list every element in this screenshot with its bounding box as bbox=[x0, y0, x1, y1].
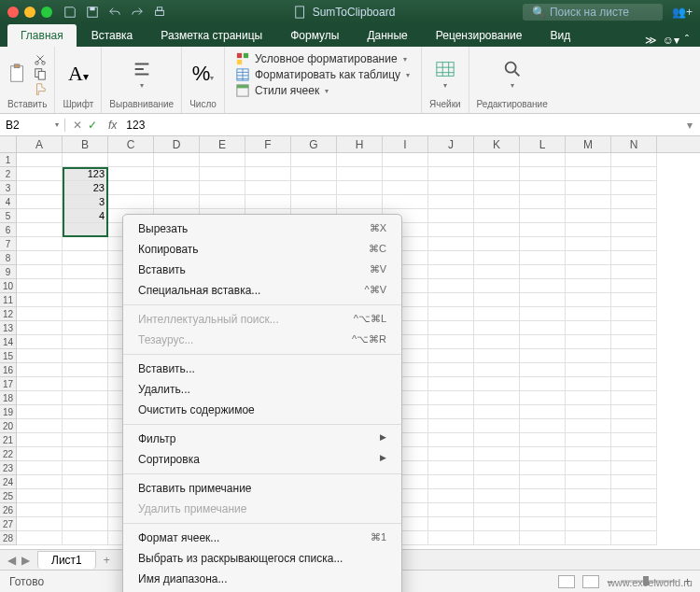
cell[interactable] bbox=[566, 503, 611, 517]
add-sheet-icon[interactable]: + bbox=[104, 554, 110, 567]
context-menu-item[interactable]: Выбрать из раскрывающегося списка... bbox=[123, 548, 401, 569]
cut-icon[interactable] bbox=[34, 52, 47, 65]
cell[interactable] bbox=[566, 293, 611, 307]
cell[interactable] bbox=[63, 377, 108, 391]
cell[interactable] bbox=[566, 391, 611, 405]
row-header[interactable]: 27 bbox=[0, 517, 17, 531]
context-menu-item[interactable]: Фильтр bbox=[123, 429, 401, 449]
cell[interactable] bbox=[611, 405, 657, 419]
cell[interactable] bbox=[63, 531, 108, 545]
cell[interactable] bbox=[611, 475, 657, 489]
cell[interactable] bbox=[63, 279, 108, 293]
cell[interactable] bbox=[63, 391, 108, 405]
cell[interactable] bbox=[291, 153, 337, 167]
cell[interactable] bbox=[566, 433, 611, 447]
cell[interactable] bbox=[337, 181, 383, 195]
cell[interactable] bbox=[428, 181, 474, 195]
cell[interactable] bbox=[520, 447, 566, 461]
cell[interactable] bbox=[520, 335, 566, 349]
cell[interactable] bbox=[474, 391, 520, 405]
row-header[interactable]: 6 bbox=[0, 223, 17, 237]
cell[interactable] bbox=[17, 195, 63, 209]
cell[interactable] bbox=[17, 531, 63, 545]
tab-insert[interactable]: Вставка bbox=[78, 24, 147, 47]
row-header[interactable]: 15 bbox=[0, 349, 17, 363]
cell[interactable] bbox=[428, 279, 474, 293]
cell[interactable] bbox=[17, 167, 63, 181]
cell[interactable] bbox=[200, 167, 245, 181]
cell[interactable] bbox=[566, 531, 611, 545]
cell[interactable] bbox=[428, 475, 474, 489]
cell[interactable] bbox=[63, 265, 108, 279]
cell[interactable] bbox=[520, 405, 566, 419]
cell[interactable] bbox=[337, 167, 383, 181]
cell[interactable] bbox=[611, 153, 657, 167]
more-tabs-icon[interactable]: ≫ bbox=[645, 34, 657, 47]
cell[interactable] bbox=[428, 321, 474, 335]
cell[interactable] bbox=[474, 503, 520, 517]
cell[interactable] bbox=[17, 419, 63, 433]
cell[interactable] bbox=[520, 195, 566, 209]
cancel-formula-icon[interactable]: ✕ bbox=[73, 119, 82, 132]
copy-icon[interactable] bbox=[34, 67, 47, 80]
close-window-icon[interactable] bbox=[7, 7, 19, 18]
row-header[interactable]: 28 bbox=[0, 531, 17, 545]
cell[interactable] bbox=[63, 153, 108, 167]
cell[interactable] bbox=[566, 461, 611, 475]
cell[interactable] bbox=[520, 349, 566, 363]
cell[interactable] bbox=[428, 461, 474, 475]
cell[interactable] bbox=[520, 419, 566, 433]
row-header[interactable]: 12 bbox=[0, 307, 17, 321]
formula-input[interactable]: 123 bbox=[120, 119, 679, 132]
sheet-prev-icon[interactable]: ◀ bbox=[7, 554, 16, 567]
row-header[interactable]: 18 bbox=[0, 391, 17, 405]
cell[interactable] bbox=[611, 181, 657, 195]
cell[interactable] bbox=[245, 153, 291, 167]
minimize-window-icon[interactable] bbox=[24, 7, 35, 18]
col-header[interactable]: N bbox=[611, 136, 657, 152]
cell[interactable] bbox=[154, 167, 200, 181]
cell-styles-button[interactable]: Стили ячеек ▾ bbox=[236, 84, 410, 97]
tab-formulas[interactable]: Формулы bbox=[277, 24, 352, 47]
cell[interactable] bbox=[611, 335, 657, 349]
row-header[interactable]: 22 bbox=[0, 447, 17, 461]
cell[interactable] bbox=[63, 293, 108, 307]
cell[interactable] bbox=[520, 223, 566, 237]
cell[interactable] bbox=[63, 223, 108, 237]
cell[interactable] bbox=[566, 307, 611, 321]
cell[interactable] bbox=[520, 433, 566, 447]
cell[interactable] bbox=[63, 307, 108, 321]
cell[interactable] bbox=[17, 461, 63, 475]
select-all-corner[interactable] bbox=[0, 136, 17, 152]
cell[interactable] bbox=[200, 153, 245, 167]
cell[interactable] bbox=[428, 391, 474, 405]
cell[interactable] bbox=[474, 237, 520, 251]
context-menu-item[interactable]: Формат ячеек...⌘1 bbox=[123, 528, 401, 548]
col-header[interactable]: E bbox=[200, 136, 245, 152]
format-painter-icon[interactable] bbox=[34, 82, 47, 95]
cell[interactable] bbox=[566, 419, 611, 433]
cell[interactable] bbox=[611, 503, 657, 517]
cell[interactable] bbox=[611, 265, 657, 279]
cell[interactable] bbox=[520, 391, 566, 405]
cell[interactable] bbox=[63, 517, 108, 531]
cell[interactable] bbox=[611, 489, 657, 503]
col-header[interactable]: D bbox=[154, 136, 200, 152]
cell[interactable] bbox=[520, 279, 566, 293]
cell[interactable] bbox=[611, 321, 657, 335]
cell[interactable]: 4 bbox=[63, 209, 108, 223]
cell[interactable] bbox=[108, 181, 154, 195]
context-menu-item[interactable]: Копировать⌘C bbox=[123, 239, 401, 260]
row-header[interactable]: 2 bbox=[0, 167, 17, 181]
save-icon[interactable] bbox=[63, 6, 77, 19]
cell[interactable] bbox=[474, 167, 520, 181]
cell[interactable] bbox=[428, 405, 474, 419]
cell[interactable] bbox=[17, 307, 63, 321]
col-header[interactable]: M bbox=[566, 136, 611, 152]
col-header[interactable]: K bbox=[474, 136, 520, 152]
cell[interactable] bbox=[611, 293, 657, 307]
cell[interactable] bbox=[17, 335, 63, 349]
context-menu-item[interactable]: Имя диапазона... bbox=[123, 569, 401, 589]
cell[interactable] bbox=[428, 433, 474, 447]
cell[interactable] bbox=[520, 517, 566, 531]
